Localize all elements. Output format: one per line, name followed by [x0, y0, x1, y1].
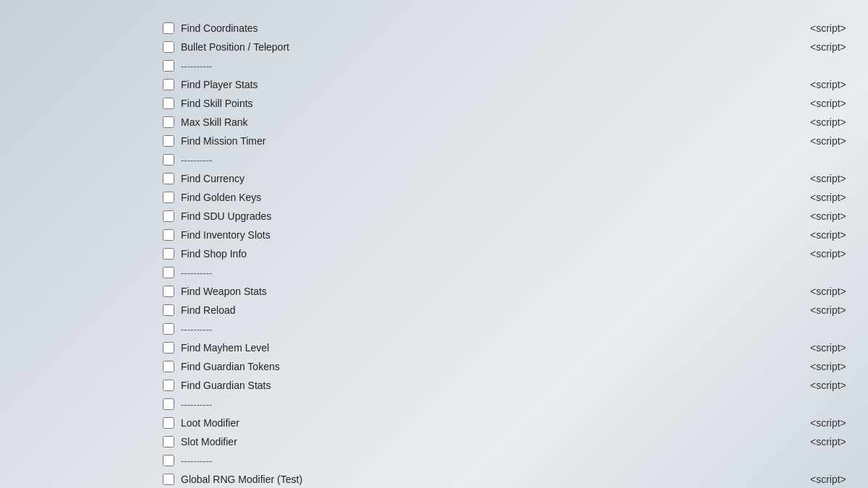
label-find-weapon-stats: Find Weapon Stats [178, 286, 810, 297]
list-item-find-shop-info[interactable]: Find Shop Info<script> [159, 244, 868, 263]
label-find-mission-timer: Find Mission Timer [178, 135, 810, 147]
list-item-sep6[interactable]: ---------- [159, 451, 868, 470]
list-item-bullet-position[interactable]: Bullet Position / Teleport<script> [159, 38, 868, 56]
label-find-shop-info: Find Shop Info [178, 248, 810, 260]
checkbox-find-coordinates[interactable] [163, 22, 174, 34]
label-find-golden-keys: Find Golden Keys [178, 192, 810, 203]
list-item-slot-modifier[interactable]: Slot Modifier<script> [159, 432, 868, 451]
label-sep6: ---------- [178, 455, 868, 466]
script-find-player-stats: <script> [810, 79, 868, 90]
list-item-find-guardian-stats[interactable]: Find Guardian Stats<script> [159, 376, 868, 395]
checkbox-find-shop-info[interactable] [163, 248, 174, 260]
label-max-skill-rank: Max Skill Rank [178, 116, 810, 128]
list-item-find-coordinates[interactable]: Find Coordinates<script> [159, 19, 868, 38]
list-item-sep4[interactable]: ---------- [159, 320, 868, 338]
checkbox-global-rng-modifier[interactable] [163, 474, 174, 485]
script-find-guardian-stats: <script> [810, 380, 868, 391]
checkbox-find-guardian-tokens[interactable] [163, 361, 174, 372]
list-item-sep2[interactable]: ---------- [159, 150, 868, 169]
checkbox-find-currency[interactable] [163, 173, 174, 184]
script-bullet-position: <script> [810, 41, 868, 53]
label-find-guardian-tokens: Find Guardian Tokens [178, 361, 810, 372]
list-item-sep5[interactable]: ---------- [159, 395, 868, 414]
list-item-find-sdu-upgrades[interactable]: Find SDU Upgrades<script> [159, 207, 868, 226]
label-slot-modifier: Slot Modifier [178, 436, 810, 448]
checkbox-find-guardian-stats[interactable] [163, 380, 174, 391]
checkbox-find-mayhem-level[interactable] [163, 342, 174, 354]
label-sep2: ---------- [178, 155, 868, 166]
script-find-reload: <script> [810, 304, 868, 316]
list-item-find-reload[interactable]: Find Reload<script> [159, 301, 868, 320]
label-find-guardian-stats: Find Guardian Stats [178, 380, 810, 391]
checkbox-loot-modifier[interactable] [163, 417, 174, 429]
script-find-mayhem-level: <script> [810, 342, 868, 354]
checkbox-sep1[interactable] [163, 60, 174, 72]
list-item-sep3[interactable]: ---------- [159, 263, 868, 282]
list-item-find-skill-points[interactable]: Find Skill Points<script> [159, 94, 868, 113]
label-sep4: ---------- [178, 324, 868, 335]
list-item-find-weapon-stats[interactable]: Find Weapon Stats<script> [159, 282, 868, 301]
checkbox-find-player-stats[interactable] [163, 79, 174, 90]
label-find-skill-points: Find Skill Points [178, 98, 810, 109]
list-item-max-skill-rank[interactable]: Max Skill Rank<script> [159, 113, 868, 132]
checkbox-sep4[interactable] [163, 323, 174, 335]
checkbox-find-skill-points[interactable] [163, 98, 174, 109]
label-find-coordinates: Find Coordinates [178, 22, 810, 34]
list-item-sep1[interactable]: ---------- [159, 56, 868, 75]
list-item-find-player-stats[interactable]: Find Player Stats<script> [159, 75, 868, 94]
main-container: Find Coordinates<script>Bullet Position … [0, 0, 868, 488]
label-loot-modifier: Loot Modifier [178, 417, 810, 429]
list-item-find-guardian-tokens[interactable]: Find Guardian Tokens<script> [159, 357, 868, 376]
script-global-rng-modifier: <script> [810, 474, 868, 485]
checkbox-sep5[interactable] [163, 398, 174, 410]
checkbox-sep3[interactable] [163, 267, 174, 278]
checkbox-find-sdu-upgrades[interactable] [163, 210, 174, 222]
script-max-skill-rank: <script> [810, 116, 868, 128]
label-global-rng-modifier: Global RNG Modifier (Test) [178, 474, 810, 485]
script-slot-modifier: <script> [810, 436, 868, 448]
list-item-find-inventory-slots[interactable]: Find Inventory Slots<script> [159, 226, 868, 244]
checkbox-find-mission-timer[interactable] [163, 135, 174, 147]
label-sep1: ---------- [178, 61, 868, 72]
list-item-global-rng-modifier[interactable]: Global RNG Modifier (Test)<script> [159, 470, 868, 488]
checkbox-find-reload[interactable] [163, 304, 174, 316]
label-find-currency: Find Currency [178, 173, 810, 184]
label-sep5: ---------- [178, 399, 868, 410]
label-find-player-stats: Find Player Stats [178, 79, 810, 90]
label-find-sdu-upgrades: Find SDU Upgrades [178, 210, 810, 222]
checkbox-sep2[interactable] [163, 154, 174, 166]
label-find-reload: Find Reload [178, 304, 810, 316]
script-find-currency: <script> [810, 173, 868, 184]
checkbox-sep6[interactable] [163, 455, 174, 466]
list-item-loot-modifier[interactable]: Loot Modifier<script> [159, 414, 868, 432]
script-find-skill-points: <script> [810, 98, 868, 109]
checkbox-find-weapon-stats[interactable] [163, 286, 174, 297]
label-find-mayhem-level: Find Mayhem Level [178, 342, 810, 354]
script-find-inventory-slots: <script> [810, 229, 868, 241]
list-item-find-currency[interactable]: Find Currency<script> [159, 169, 868, 188]
checkbox-find-inventory-slots[interactable] [163, 229, 174, 241]
label-find-inventory-slots: Find Inventory Slots [178, 229, 810, 241]
script-find-weapon-stats: <script> [810, 286, 868, 297]
script-find-guardian-tokens: <script> [810, 361, 868, 372]
list-item-find-mission-timer[interactable]: Find Mission Timer<script> [159, 132, 868, 150]
script-find-golden-keys: <script> [810, 192, 868, 203]
checkbox-slot-modifier[interactable] [163, 436, 174, 448]
label-bullet-position: Bullet Position / Teleport [178, 41, 810, 53]
script-find-sdu-upgrades: <script> [810, 210, 868, 222]
checkbox-bullet-position[interactable] [163, 41, 174, 53]
script-find-shop-info: <script> [810, 248, 868, 260]
list-item-find-golden-keys[interactable]: Find Golden Keys<script> [159, 188, 868, 207]
script-find-mission-timer: <script> [810, 135, 868, 147]
checkbox-find-golden-keys[interactable] [163, 192, 174, 203]
label-sep3: ---------- [178, 267, 868, 278]
list-item-find-mayhem-level[interactable]: Find Mayhem Level<script> [159, 338, 868, 357]
script-loot-modifier: <script> [810, 417, 868, 429]
script-find-coordinates: <script> [810, 22, 868, 34]
hint-row [159, 0, 868, 19]
checkbox-max-skill-rank[interactable] [163, 116, 174, 128]
